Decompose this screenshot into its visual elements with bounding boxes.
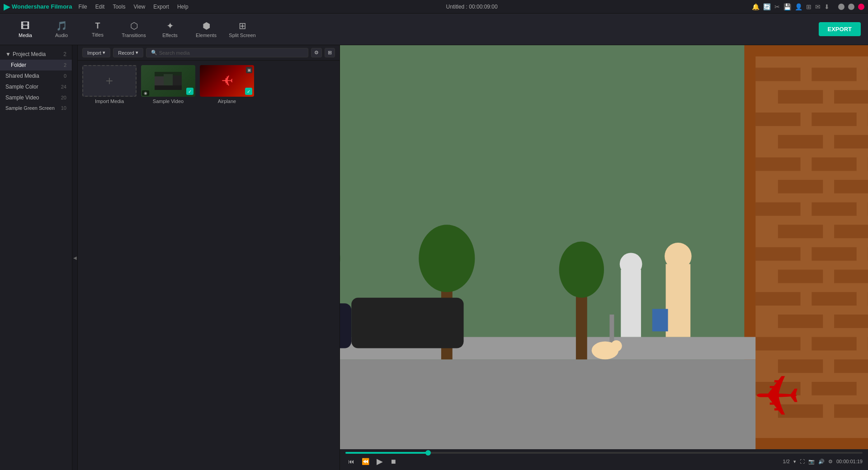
toolbar-effects[interactable]: ✦ Effects: [152, 16, 188, 43]
import-dropdown[interactable]: Import ▾: [82, 48, 110, 57]
preview-skip-back-icon[interactable]: ⏮: [345, 457, 357, 466]
export-button[interactable]: EXPORT: [819, 22, 861, 36]
sample-video-thumb[interactable]: ◉ ✓: [141, 65, 195, 97]
airplane-label: Airplane: [218, 99, 236, 104]
download-icon[interactable]: ⬇: [824, 3, 830, 10]
sidebar: ▼ Project Media 2 Folder 2 Shared Media …: [0, 45, 72, 470]
preview-controls: ⏮ ⏪ ▶ ⏹ 1/2 ▾ ⛶ 📷 🔊 ⚙ 00:00:01:19: [340, 449, 868, 470]
toolbar-titles[interactable]: T Titles: [80, 16, 116, 43]
svg-rect-50: [811, 382, 856, 395]
sample-video-thumbnail-svg: [155, 72, 182, 90]
refresh-icon[interactable]: 🔄: [763, 3, 771, 10]
svg-rect-18: [834, 135, 868, 149]
titlebar-left: ▶ Wondershare Filmora File Edit Tools Vi…: [4, 2, 192, 12]
svg-point-64: [620, 253, 642, 275]
airplane-icon: ✈: [221, 72, 233, 89]
window-maximize[interactable]: [848, 4, 854, 10]
sidebar-project-media[interactable]: ▼ Project Media 2: [0, 49, 72, 60]
filter-btn[interactable]: ⚙: [311, 48, 322, 57]
media-toolbar: Import ▾ Record ▾ 🔍 Search media ⚙ ⊞: [78, 45, 340, 61]
import-thumb[interactable]: +: [82, 65, 137, 97]
menu-view[interactable]: View: [130, 3, 149, 11]
sample-video-duration: ◉: [142, 90, 149, 96]
svg-rect-32: [755, 247, 800, 261]
svg-rect-23: [778, 180, 823, 193]
sidebar-folder[interactable]: Folder 2: [0, 60, 72, 70]
sample-video-item[interactable]: ◉ ✓ Sample Video: [141, 65, 195, 104]
sidebar-sample-color[interactable]: Sample Color 24: [0, 81, 72, 92]
svg-point-69: [665, 243, 692, 270]
svg-rect-11: [778, 90, 823, 103]
sidebar-collapse[interactable]: ◀: [72, 45, 78, 470]
import-chevron-icon: ▾: [103, 50, 105, 56]
preview-buttons: ⏮ ⏪ ▶ ⏹ 1/2 ▾ ⛶ 📷 🔊 ⚙ 00:00:01:19: [345, 456, 863, 467]
preview-panel: ✈ ⏮ ⏪ ▶ ⏹ 1/2 ▾ ⛶ 📷 🔊: [340, 45, 868, 470]
user-icon[interactable]: 👤: [795, 3, 802, 10]
airplane-item[interactable]: ✈ ▣ ✓ Airplane: [200, 65, 254, 104]
effects-icon: ✦: [166, 20, 174, 31]
menu-export[interactable]: Export: [150, 3, 173, 11]
preview-stop-icon[interactable]: ⏹: [387, 457, 399, 466]
svg-rect-39: [811, 292, 856, 306]
splitscreen-icon: ⊞: [239, 20, 246, 31]
svg-rect-9: [811, 68, 856, 81]
window-minimize[interactable]: [838, 4, 844, 10]
preview-snapshot-icon[interactable]: 📷: [808, 459, 815, 465]
sample-video-label: Sample Video: [153, 99, 184, 104]
airplane-type-icon: ▣: [246, 67, 252, 73]
app-logo: ▶ Wondershare Filmora: [4, 2, 72, 12]
filter-icon: ⚙: [314, 50, 319, 56]
svg-rect-35: [778, 270, 823, 283]
message-icon[interactable]: ✉: [815, 3, 821, 10]
main-area: ▼ Project Media 2 Folder 2 Shared Media …: [0, 45, 868, 470]
scissors-icon[interactable]: ✂: [774, 3, 780, 10]
svg-point-58: [419, 225, 475, 292]
media-grid: + Import Media: [78, 61, 340, 470]
sidebar-shared-media[interactable]: Shared Media 0: [0, 70, 72, 81]
media-icon: 🎞: [21, 21, 30, 31]
bell-icon[interactable]: 🔔: [752, 3, 760, 10]
sidebar-sample-video[interactable]: Sample Video 20: [0, 92, 72, 103]
preview-right-controls: 1/2 ▾ ⛶ 📷 🔊 ⚙ 00:00:01:19: [783, 459, 863, 465]
menu-help[interactable]: Help: [174, 3, 192, 11]
layout-icon[interactable]: ⊞: [806, 3, 811, 10]
svg-rect-48: [834, 359, 868, 373]
preview-fullscreen-icon[interactable]: ⛶: [800, 459, 805, 464]
titles-icon: T: [95, 21, 100, 31]
record-dropdown[interactable]: Record ▾: [113, 48, 143, 57]
toolbar-splitscreen[interactable]: ⊞ Split Screen: [224, 16, 260, 43]
window-title: Untitled : 00:00:09:00: [446, 4, 498, 10]
progress-handle[interactable]: [425, 450, 431, 456]
svg-rect-26: [755, 202, 800, 216]
menu-edit[interactable]: Edit: [92, 3, 108, 11]
airplane-thumb[interactable]: ✈ ▣ ✓: [200, 65, 254, 97]
svg-rect-8: [755, 68, 800, 81]
toolbar-elements[interactable]: ⬢ Elements: [188, 16, 224, 43]
elements-icon: ⬢: [203, 20, 210, 31]
preview-play-icon[interactable]: ▶: [374, 456, 386, 467]
preview-progress-bar[interactable]: [345, 452, 863, 454]
preview-speed: 1/2: [783, 459, 790, 464]
svg-point-67: [611, 340, 622, 352]
sidebar-sample-green[interactable]: Sample Green Screen 10: [0, 103, 72, 113]
svg-rect-63: [621, 270, 641, 337]
save-icon[interactable]: 💾: [783, 3, 791, 10]
menu-bar: File Edit Tools View Export Help: [75, 3, 192, 11]
toolbar-transitions[interactable]: ⬡ Transitions: [116, 16, 152, 43]
toolbar-audio[interactable]: 🎵 Audio: [43, 16, 80, 43]
svg-rect-53: [340, 359, 755, 449]
preview-step-back-icon[interactable]: ⏪: [359, 457, 372, 466]
preview-volume-icon[interactable]: 🔊: [818, 459, 825, 465]
toolbar-media[interactable]: 🎞 Media: [7, 16, 43, 43]
grid-view-btn[interactable]: ⊞: [325, 48, 335, 57]
import-media-item[interactable]: + Import Media: [82, 65, 137, 104]
svg-rect-70: [652, 309, 668, 332]
progress-fill: [345, 452, 428, 454]
preview-speed-dropdown[interactable]: ▾: [793, 459, 796, 465]
preview-settings-icon[interactable]: ⚙: [828, 459, 833, 465]
menu-file[interactable]: File: [75, 3, 90, 11]
preview-time: 00:00:01:19: [836, 459, 863, 464]
svg-rect-44: [755, 337, 800, 351]
window-close[interactable]: [858, 4, 864, 10]
menu-tools[interactable]: Tools: [109, 3, 129, 11]
